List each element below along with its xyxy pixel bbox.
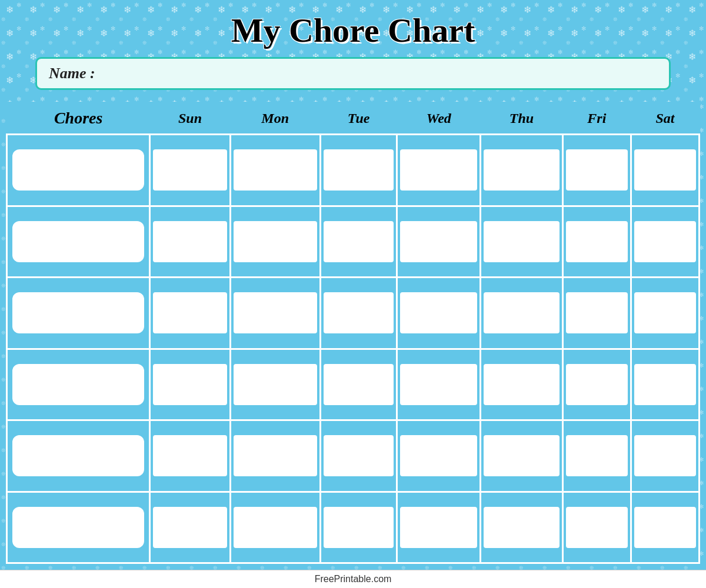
day-cell-r5-d3: [397, 492, 481, 563]
day-box-r5-d6[interactable]: [634, 507, 696, 548]
header-mon: Mon: [230, 102, 320, 135]
day-cell-r2-d6: [631, 278, 699, 349]
day-cell-r5-d1: [230, 492, 320, 563]
day-box-r3-d4[interactable]: [484, 364, 560, 405]
day-cell-r4-d0: [150, 420, 230, 492]
day-box-r0-d5[interactable]: [566, 149, 628, 191]
day-box-r2-d2[interactable]: [324, 292, 394, 333]
header-sat: Sat: [631, 102, 699, 135]
day-box-r0-d6[interactable]: [634, 149, 696, 191]
day-box-r3-d1[interactable]: [234, 364, 317, 405]
day-box-r3-d6[interactable]: [634, 364, 696, 405]
day-cell-r3-d0: [150, 349, 230, 420]
day-cell-r0-d6: [631, 135, 699, 206]
day-box-r2-d4[interactable]: [484, 292, 560, 333]
day-box-r0-d3[interactable]: [400, 149, 477, 191]
day-cell-r4-d2: [320, 420, 397, 492]
day-cell-r1-d2: [320, 206, 397, 278]
table-row: [7, 420, 700, 492]
header-fri: Fri: [562, 102, 631, 135]
chore-cell-0: [7, 135, 150, 206]
chart-section: ❄ ✻ ❊ Chores Sun Mon Tue Wed T: [0, 102, 706, 570]
day-box-r1-d4[interactable]: [484, 221, 560, 262]
day-cell-r4-d6: [631, 420, 699, 492]
day-box-r4-d2[interactable]: [324, 435, 394, 476]
day-cell-r5-d6: [631, 492, 699, 563]
table-header-row: Chores Sun Mon Tue Wed Thu Fri Sat: [7, 102, 700, 135]
day-cell-r0-d1: [230, 135, 320, 206]
day-box-r2-d3[interactable]: [400, 292, 477, 333]
day-box-r4-d6[interactable]: [634, 435, 696, 476]
day-box-r3-d0[interactable]: [153, 364, 227, 405]
day-cell-r2-d2: [320, 278, 397, 349]
table-row: [7, 349, 700, 420]
day-cell-r4-d3: [397, 420, 481, 492]
day-box-r1-d2[interactable]: [324, 221, 394, 262]
chore-cell-3: [7, 349, 150, 420]
chart-table-wrapper: Chores Sun Mon Tue Wed Thu Fri Sat: [6, 102, 700, 570]
day-cell-r4-d5: [562, 420, 631, 492]
day-box-r1-d3[interactable]: [400, 221, 477, 262]
day-cell-r5-d4: [481, 492, 563, 563]
day-cell-r1-d5: [562, 206, 631, 278]
header-section: ❄ ✻ ❊ My Chore Chart Name :: [0, 0, 706, 102]
day-box-r5-d1[interactable]: [234, 507, 317, 548]
day-box-r0-d1[interactable]: [234, 149, 317, 191]
day-box-r4-d4[interactable]: [484, 435, 560, 476]
day-cell-r2-d4: [481, 278, 563, 349]
day-cell-r3-d3: [397, 349, 481, 420]
chore-input-box-0[interactable]: [12, 149, 144, 191]
chore-input-box-3[interactable]: [12, 364, 144, 405]
day-box-r3-d5[interactable]: [566, 364, 628, 405]
day-box-r4-d1[interactable]: [234, 435, 317, 476]
day-cell-r1-d6: [631, 206, 699, 278]
name-field[interactable]: Name :: [35, 57, 671, 90]
day-box-r3-d2[interactable]: [324, 364, 394, 405]
chore-input-box-5[interactable]: [12, 507, 144, 548]
day-box-r5-d3[interactable]: [400, 507, 477, 548]
day-cell-r3-d4: [481, 349, 563, 420]
chore-input-box-1[interactable]: [12, 221, 144, 262]
day-box-r0-d4[interactable]: [484, 149, 560, 191]
day-cell-r2-d3: [397, 278, 481, 349]
day-box-r5-d0[interactable]: [153, 507, 227, 548]
day-cell-r3-d2: [320, 349, 397, 420]
chores-header: Chores: [7, 102, 150, 135]
day-box-r0-d0[interactable]: [153, 149, 227, 191]
day-cell-r1-d0: [150, 206, 230, 278]
day-box-r1-d6[interactable]: [634, 221, 696, 262]
day-box-r3-d3[interactable]: [400, 364, 477, 405]
day-cell-r5-d5: [562, 492, 631, 563]
day-box-r1-d1[interactable]: [234, 221, 317, 262]
day-box-r4-d5[interactable]: [566, 435, 628, 476]
day-box-r5-d4[interactable]: [484, 507, 560, 548]
day-cell-r1-d4: [481, 206, 563, 278]
day-box-r2-d1[interactable]: [234, 292, 317, 333]
chore-input-box-4[interactable]: [12, 435, 144, 476]
day-box-r5-d5[interactable]: [566, 507, 628, 548]
day-box-r2-d5[interactable]: [566, 292, 628, 333]
day-box-r1-d0[interactable]: [153, 221, 227, 262]
day-cell-r2-d1: [230, 278, 320, 349]
day-box-r1-d5[interactable]: [566, 221, 628, 262]
header-sun: Sun: [150, 102, 230, 135]
day-cell-r0-d4: [481, 135, 563, 206]
day-cell-r0-d3: [397, 135, 481, 206]
chore-table: Chores Sun Mon Tue Wed Thu Fri Sat: [6, 102, 700, 564]
day-box-r4-d3[interactable]: [400, 435, 477, 476]
chore-cell-2: [7, 278, 150, 349]
day-box-r0-d2[interactable]: [324, 149, 394, 191]
day-box-r2-d6[interactable]: [634, 292, 696, 333]
table-row: [7, 278, 700, 349]
day-cell-r1-d1: [230, 206, 320, 278]
chore-input-box-2[interactable]: [12, 292, 144, 333]
day-box-r5-d2[interactable]: [324, 507, 394, 548]
day-box-r4-d0[interactable]: [153, 435, 227, 476]
day-cell-r0-d0: [150, 135, 230, 206]
day-cell-r2-d0: [150, 278, 230, 349]
day-cell-r3-d5: [562, 349, 631, 420]
day-cell-r5-d0: [150, 492, 230, 563]
chore-cell-5: [7, 492, 150, 563]
chore-cell-4: [7, 420, 150, 492]
day-box-r2-d0[interactable]: [153, 292, 227, 333]
